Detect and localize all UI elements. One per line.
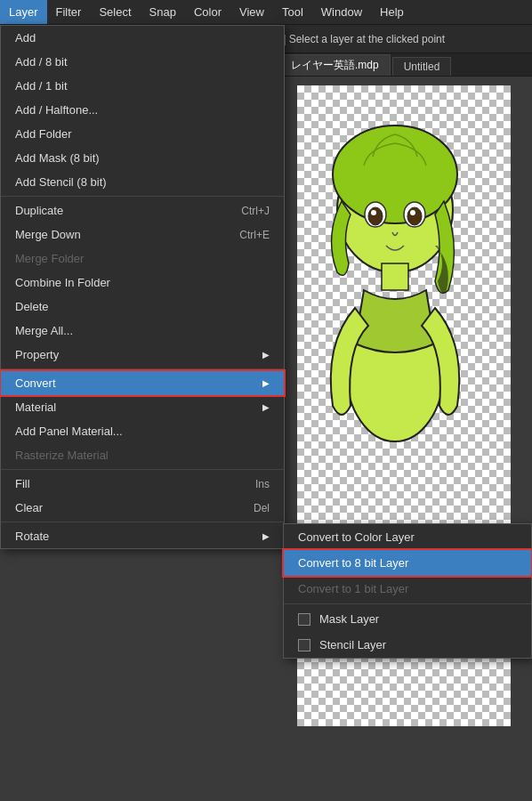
menubar-view[interactable]: View <box>230 0 273 24</box>
material-arrow: ▶ <box>262 402 270 412</box>
menubar-layer[interactable]: Layer <box>0 0 47 24</box>
property-arrow: ▶ <box>262 350 270 360</box>
menu-item-rasterize-material: Rasterize Material <box>1 443 284 467</box>
menubar-snap[interactable]: Snap <box>141 0 185 24</box>
menubar-filter[interactable]: Filter <box>47 0 91 24</box>
convert-arrow: ▶ <box>262 378 270 388</box>
submenu-item-color-layer[interactable]: Convert to Color Layer <box>284 524 531 550</box>
menu-item-add-folder[interactable]: Add Folder <box>1 122 284 146</box>
submenu-8bit-wrapper: Convert to 8 bit Layer <box>284 550 531 576</box>
menubar-help[interactable]: Help <box>371 0 413 24</box>
svg-point-8 <box>407 207 422 225</box>
tab-layer-english[interactable]: レイヤー英語.mdp <box>279 54 391 76</box>
submenu-separator-1 <box>284 603 531 604</box>
submenu-item-1bit-layer: Convert to 1 bit Layer <box>284 576 531 602</box>
menu-item-merge-folder: Merge Folder <box>1 247 284 271</box>
menu-item-add-1bit[interactable]: Add / 1 bit <box>1 74 284 98</box>
select-layer-text: ] Select a layer at the clicked point <box>283 33 445 45</box>
canvas-area: ] Select a layer at the clicked point レイ… <box>276 25 532 801</box>
menu-item-add-mask[interactable]: Add Mask (8 bit) <box>1 146 284 170</box>
menu-item-add-panel-material[interactable]: Add Panel Material... <box>1 419 284 443</box>
separator-2 <box>1 368 284 369</box>
menu-item-add-8bit[interactable]: Add / 8 bit <box>1 50 284 74</box>
submenu-item-8bit-layer[interactable]: Convert to 8 bit Layer <box>284 550 531 576</box>
layer-dropdown-menu: Add Add / 8 bit Add / 1 bit Add / Halfto… <box>0 25 285 549</box>
menu-item-fill[interactable]: Fill Ins <box>1 472 284 496</box>
menu-item-merge-down[interactable]: Merge Down Ctrl+E <box>1 222 284 247</box>
submenu-item-stencil-layer[interactable]: Stencil Layer <box>284 632 531 658</box>
menu-item-property[interactable]: Property ▶ <box>1 343 284 367</box>
menu-item-duplicate[interactable]: Duplicate Ctrl+J <box>1 198 284 222</box>
svg-point-5 <box>368 207 383 225</box>
stencil-layer-checkbox[interactable] <box>298 639 310 651</box>
separator-3 <box>1 469 284 470</box>
main-area: ] Select a layer at the clicked point レイ… <box>0 25 532 801</box>
svg-rect-3 <box>382 263 408 290</box>
canvas-content <box>276 77 532 801</box>
menu-item-material[interactable]: Material ▶ <box>1 395 284 419</box>
toolbar-strip: ] Select a layer at the clicked point <box>276 25 532 53</box>
svg-point-6 <box>371 210 376 215</box>
convert-submenu: Convert to Color Layer Convert to 8 bit … <box>283 523 532 659</box>
menubar-color[interactable]: Color <box>185 0 230 24</box>
menubar: Layer Filter Select Snap Color View Tool… <box>0 0 532 25</box>
tab-untitled[interactable]: Untitled <box>392 57 452 76</box>
menu-item-combine-folder[interactable]: Combine In Folder <box>1 271 284 295</box>
menu-item-merge-all[interactable]: Merge All... <box>1 319 284 343</box>
submenu-item-mask-layer[interactable]: Mask Layer <box>284 606 531 632</box>
menu-item-convert[interactable]: Convert ▶ <box>1 371 284 395</box>
svg-point-9 <box>410 210 415 215</box>
menu-item-add[interactable]: Add <box>1 26 284 50</box>
menu-item-rotate[interactable]: Rotate ▶ <box>1 524 284 548</box>
menubar-window[interactable]: Window <box>312 0 371 24</box>
menubar-tool[interactable]: Tool <box>273 0 312 24</box>
mask-layer-checkbox[interactable] <box>298 613 310 626</box>
convert-wrapper: Convert ▶ <box>1 371 284 395</box>
rotate-arrow: ▶ <box>262 531 270 541</box>
menu-item-add-stencil[interactable]: Add Stencil (8 bit) <box>1 170 284 194</box>
menu-item-add-halftone[interactable]: Add / Halftone... <box>1 98 284 122</box>
menubar-select[interactable]: Select <box>90 0 140 24</box>
menu-item-delete[interactable]: Delete <box>1 295 284 319</box>
separator-1 <box>1 196 284 197</box>
separator-4 <box>1 522 284 522</box>
tab-bar: レイヤー英語.mdp Untitled <box>276 53 532 77</box>
menu-item-clear[interactable]: Clear Del <box>1 496 284 520</box>
